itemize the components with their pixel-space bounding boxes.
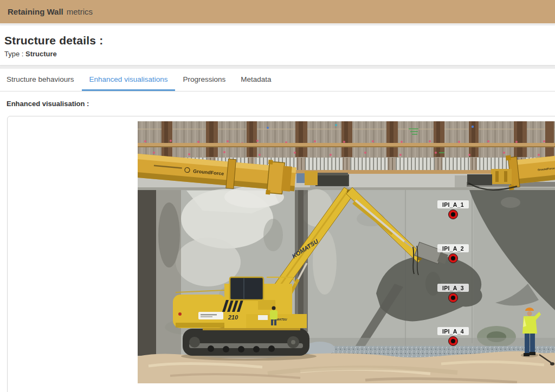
content-card: Structure behaviours Enhanced visualisat…	[0, 69, 555, 392]
marker-label: IPI_A_3	[442, 285, 464, 291]
section-label: Enhanced visualisation :	[7, 100, 555, 108]
app-header-bar: Retaining Wall metrics	[0, 0, 555, 23]
structure-details-card: Structure details : Type : Structure	[0, 25, 555, 65]
excavator-model-text: 210	[228, 314, 238, 321]
marker-label: IPI_A_4	[442, 328, 464, 335]
tab-structure-behaviours[interactable]: Structure behaviours	[7, 69, 82, 91]
details-heading: Structure details :	[4, 34, 555, 47]
visualisation-panel: GroundForce	[7, 116, 555, 392]
tab-metadata[interactable]: Metadata	[233, 69, 279, 91]
retaining-wall-photo: GroundForce	[138, 121, 555, 383]
type-label: Type :	[4, 50, 23, 58]
type-value: Structure	[25, 50, 57, 58]
page-title: Retaining Wall	[8, 7, 63, 16]
tab-enhanced-visualisations[interactable]: Enhanced visualisations	[82, 69, 176, 91]
type-line: Type : Structure	[4, 50, 555, 58]
tab-bar: Structure behaviours Enhanced visualisat…	[0, 69, 555, 92]
marker-label: IPI_A_2	[442, 245, 464, 252]
tab-progressions[interactable]: Progressions	[175, 69, 233, 91]
page-title-suffix: metrics	[67, 7, 93, 16]
marker-label: IPI_A_1	[442, 201, 464, 208]
